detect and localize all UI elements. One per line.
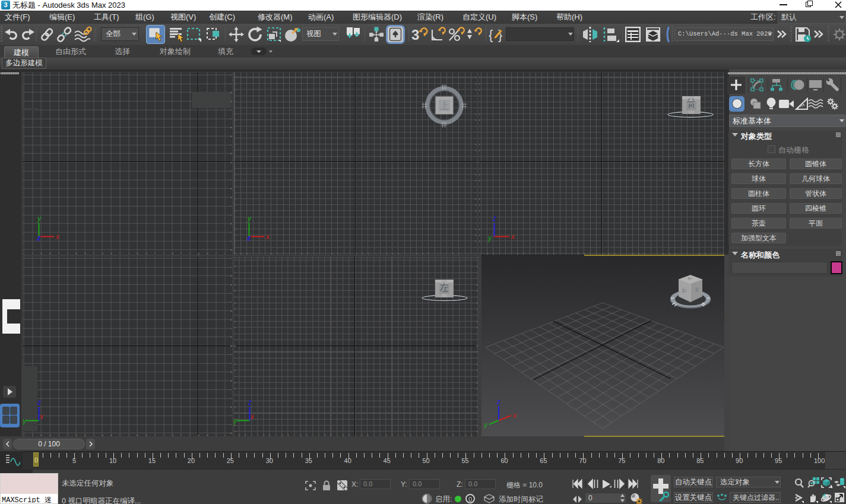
svg-text:z: z — [492, 214, 496, 223]
svg-text:x: x — [512, 411, 517, 420]
svg-text:y: y — [483, 421, 488, 429]
svg-text:y: y — [23, 417, 27, 425]
svg-text:z: z — [36, 233, 41, 242]
svg-text:x: x — [265, 233, 270, 241]
svg-text:y: y — [233, 417, 237, 425]
svg-text:{: { — [489, 27, 493, 42]
svg-text:x: x — [511, 233, 515, 241]
svg-text:x: x — [250, 413, 255, 421]
svg-text:z: z — [248, 398, 252, 407]
svg-text:y: y — [247, 214, 252, 223]
svg-text:z: z — [246, 233, 251, 242]
svg-text:x: x — [39, 413, 44, 421]
svg-text:y: y — [37, 214, 42, 223]
svg-text:z: z — [496, 398, 500, 406]
svg-text:z: z — [37, 398, 41, 407]
svg-text:3: 3 — [411, 27, 419, 43]
svg-text:y: y — [487, 234, 492, 242]
svg-text:x: x — [55, 233, 60, 241]
